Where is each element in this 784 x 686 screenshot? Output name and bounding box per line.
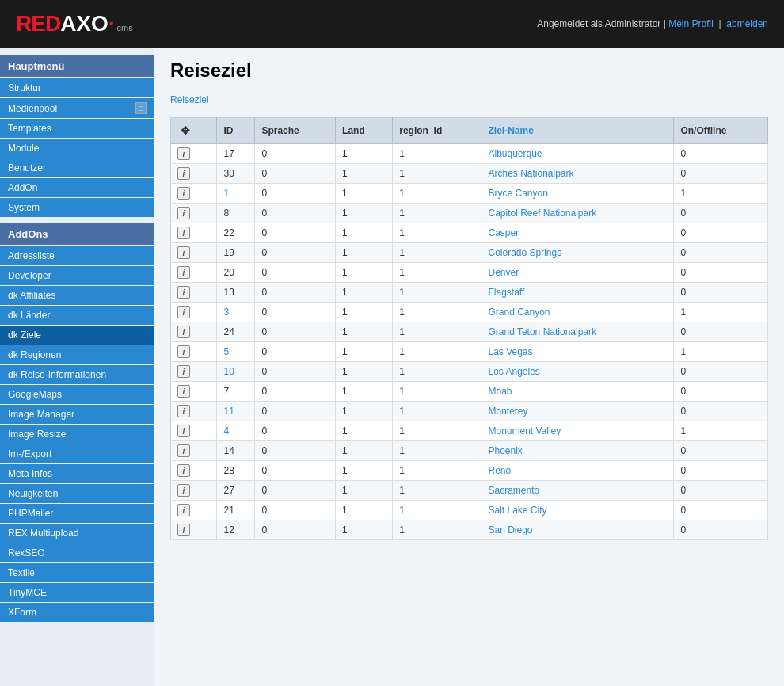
ziel-name-link[interactable]: Grand Canyon — [488, 307, 550, 318]
cell-id[interactable]: 8 — [217, 204, 255, 223]
sidebar-item-dk-laender[interactable]: dk Länder — [0, 306, 154, 325]
cell-ziel-name[interactable]: Monterey — [481, 402, 674, 421]
sidebar-item-medienpool[interactable]: Medienpool□ — [0, 98, 154, 118]
sidebar-item-module[interactable]: Module — [0, 139, 154, 158]
ziel-name-link[interactable]: Denver — [488, 267, 519, 278]
ziel-name-link[interactable]: Bryce Canyon — [488, 188, 547, 199]
sidebar-item-developer[interactable]: Developer — [0, 266, 154, 285]
cell-id[interactable]: 13 — [217, 283, 255, 303]
cell-id[interactable]: 22 — [217, 223, 255, 243]
cell-ziel-name[interactable]: Albuquerque — [481, 144, 674, 164]
sidebar-item-addon[interactable]: AddOn — [0, 178, 154, 197]
cell-ziel-name[interactable]: Sacramento — [481, 481, 674, 501]
cell-ziel-name[interactable]: Casper — [481, 223, 674, 243]
cell-id[interactable]: 3 — [217, 303, 255, 322]
cell-ziel-name[interactable]: Phoenix — [481, 441, 674, 461]
ziel-name-link[interactable]: Monterey — [488, 406, 527, 417]
cell-ziel-name[interactable]: Moab — [481, 382, 674, 402]
cell-id[interactable]: 30 — [217, 164, 255, 184]
cell-ziel-name[interactable]: Grand Teton Nationalpark — [481, 322, 674, 342]
sidebar-item-textile[interactable]: Textile — [0, 563, 154, 582]
breadcrumb-link[interactable]: Reiseziel — [170, 94, 209, 105]
sidebar-item-templates[interactable]: Templates — [0, 119, 154, 138]
cell-id[interactable]: 20 — [217, 263, 255, 283]
ziel-name-link[interactable]: Salt Lake City — [488, 505, 546, 516]
sidebar-item-meta-infos[interactable]: Meta Infos — [0, 464, 154, 483]
ziel-name-link[interactable]: Albuquerque — [488, 148, 542, 159]
info-icon[interactable]: i — [177, 504, 190, 516]
sidebar-item-image-resize[interactable]: Image Resize — [0, 425, 154, 444]
cell-ziel-name[interactable]: Bryce Canyon — [481, 184, 674, 204]
ziel-name-link[interactable]: Casper — [488, 227, 519, 238]
cell-ziel-name[interactable]: Flagstaff — [481, 283, 674, 303]
sidebar-item-struktur[interactable]: Struktur — [0, 78, 154, 97]
sidebar-item-system[interactable]: System — [0, 198, 154, 217]
col-ziel-name[interactable]: Ziel-Name — [481, 118, 674, 144]
cell-ziel-name[interactable]: Colorado Springs — [481, 243, 674, 263]
ziel-name-link[interactable]: Monument Valley — [488, 425, 561, 436]
info-icon[interactable]: i — [177, 167, 190, 180]
cell-ziel-name[interactable]: Los Angeles — [481, 362, 674, 382]
info-icon[interactable]: i — [177, 524, 190, 536]
info-icon[interactable]: i — [177, 207, 190, 219]
cell-id[interactable]: 12 — [217, 520, 255, 540]
profile-link[interactable]: Mein Profil — [668, 18, 714, 29]
info-icon[interactable]: i — [177, 365, 190, 378]
sidebar-item-rex-multiupload[interactable]: REX Multiupload — [0, 524, 154, 543]
sidebar-item-adressliste[interactable]: Adressliste — [0, 246, 154, 265]
cell-ziel-name[interactable]: San Diego — [481, 520, 674, 540]
info-icon[interactable]: i — [177, 425, 190, 437]
info-icon[interactable]: i — [177, 405, 190, 417]
cell-id[interactable]: 14 — [217, 441, 255, 461]
ziel-name-link[interactable]: Capitol Reef Nationalpark — [488, 208, 596, 219]
cell-id[interactable]: 4 — [217, 421, 255, 441]
sidebar-item-im-export[interactable]: Im-/Export — [0, 444, 154, 463]
sidebar-item-dk-affiliates[interactable]: dk Affiliates — [0, 286, 154, 305]
info-icon[interactable]: i — [177, 326, 190, 338]
cell-id[interactable]: 27 — [217, 481, 255, 501]
logout-link[interactable]: abmelden — [726, 18, 768, 29]
cell-ziel-name[interactable]: Las Vegas — [481, 342, 674, 362]
sidebar-item-image-manager[interactable]: Image Manager — [0, 405, 154, 424]
cell-ziel-name[interactable]: Salt Lake City — [481, 501, 674, 520]
info-icon[interactable]: i — [177, 464, 190, 477]
cell-ziel-name[interactable]: Monument Valley — [481, 421, 674, 441]
cell-ziel-name[interactable]: Reno — [481, 461, 674, 481]
ziel-name-link[interactable]: Arches Nationalpark — [488, 168, 573, 179]
ziel-name-link[interactable]: Los Angeles — [488, 366, 539, 377]
sidebar-item-xform[interactable]: XForm — [0, 603, 154, 622]
ziel-name-link[interactable]: Las Vegas — [488, 346, 532, 357]
ziel-name-link[interactable]: Grand Teton Nationalpark — [488, 326, 596, 337]
info-icon[interactable]: i — [177, 147, 190, 160]
cell-id[interactable]: 17 — [217, 144, 255, 164]
sidebar-item-dk-regionen[interactable]: dk Regionen — [0, 345, 154, 364]
sidebar-item-benutzer[interactable]: Benutzer — [0, 158, 154, 177]
ziel-name-link[interactable]: San Diego — [488, 524, 532, 535]
sidebar-item-googlemaps[interactable]: GoogleMaps — [0, 385, 154, 404]
info-icon[interactable]: i — [177, 266, 190, 279]
ziel-name-link[interactable]: Reno — [488, 465, 511, 476]
info-icon[interactable]: i — [177, 246, 190, 259]
ziel-name-link[interactable]: Moab — [488, 386, 512, 397]
cell-ziel-name[interactable]: Capitol Reef Nationalpark — [481, 204, 674, 223]
cell-id[interactable]: 21 — [217, 501, 255, 520]
sidebar-item-dk-reise[interactable]: dk Reise-Informationen — [0, 365, 154, 384]
add-icon[interactable]: ✥ — [177, 123, 193, 139]
cell-id[interactable]: 28 — [217, 461, 255, 481]
ziel-name-link[interactable]: Colorado Springs — [488, 247, 561, 258]
ziel-name-link[interactable]: Phoenix — [488, 445, 522, 456]
info-icon[interactable]: i — [177, 345, 190, 358]
sidebar-item-phpmailer[interactable]: PHPMailer — [0, 504, 154, 523]
cell-id[interactable]: 7 — [217, 382, 255, 402]
cell-id[interactable]: 1 — [217, 184, 255, 204]
cell-id[interactable]: 19 — [217, 243, 255, 263]
info-icon[interactable]: i — [177, 484, 190, 497]
cell-id[interactable]: 11 — [217, 402, 255, 421]
cell-ziel-name[interactable]: Arches Nationalpark — [481, 164, 674, 184]
info-icon[interactable]: i — [177, 306, 190, 318]
sidebar-item-dk-ziele[interactable]: dk Ziele — [0, 326, 154, 345]
info-icon[interactable]: i — [177, 187, 190, 200]
info-icon[interactable]: i — [177, 385, 190, 398]
sidebar-item-tinymce[interactable]: TinyMCE — [0, 583, 154, 602]
cell-id[interactable]: 24 — [217, 322, 255, 342]
